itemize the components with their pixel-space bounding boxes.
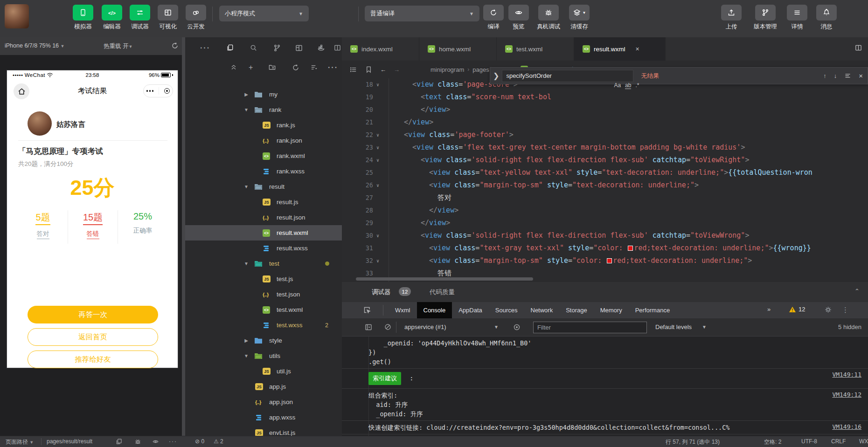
file-rank.wxss[interactable]: rank.wxss xyxy=(185,164,342,179)
prev-match-icon[interactable]: ↑ xyxy=(823,72,826,79)
tree-expand-icon[interactable]: ▼ xyxy=(243,107,250,112)
devtools-tab-storage[interactable]: Storage xyxy=(559,302,594,318)
clear-console-icon[interactable] xyxy=(384,323,392,331)
regex-icon[interactable]: .* xyxy=(635,82,639,89)
page-path-value[interactable]: pages/result/result xyxy=(47,438,92,445)
layout-icon[interactable] xyxy=(295,44,303,52)
file-envList.js[interactable]: JSenvList.js xyxy=(185,425,342,436)
预览-button[interactable] xyxy=(508,5,529,21)
whole-word-icon[interactable]: ab xyxy=(625,82,631,89)
log-levels-select[interactable]: Default levels xyxy=(655,323,692,330)
device-select[interactable]: iPhone 6/7/8 75% 16 ▼ xyxy=(5,42,64,49)
context-select[interactable]: appservice (#1) xyxy=(404,323,446,330)
file-app.js[interactable]: JSapp.js xyxy=(185,379,342,394)
file-rank.json[interactable]: {..}rank.json xyxy=(185,133,342,148)
cursor-position[interactable]: 行 57, 列 71 (选中 13) xyxy=(666,438,720,446)
find-in-selection-icon[interactable] xyxy=(844,72,851,79)
sort-icon[interactable] xyxy=(310,63,318,71)
file-app.json[interactable]: {..}app.json xyxy=(185,394,342,410)
folder-test[interactable]: ▼test xyxy=(185,256,342,271)
fold-icon[interactable]: ∨ xyxy=(376,229,379,242)
compile-mode-select[interactable]: 普通编译 ▼ xyxy=(365,6,479,21)
file-rank.js[interactable]: JSrank.js xyxy=(185,117,342,133)
match-case-icon[interactable]: Aa xyxy=(614,82,621,89)
copy-icon[interactable] xyxy=(116,438,123,445)
file-test.wxss[interactable]: test.wxss2 xyxy=(185,317,342,333)
gear-icon[interactable] xyxy=(824,306,832,314)
more-icon[interactable]: ··· xyxy=(169,438,177,445)
language-mode[interactable]: WXML xyxy=(859,438,868,445)
folder-my[interactable]: ▶my xyxy=(185,87,342,102)
find-input[interactable] xyxy=(502,70,633,82)
back-icon[interactable]: ← xyxy=(380,66,386,73)
file-util.js[interactable]: JSutil.js xyxy=(185,364,342,379)
refresh-icon[interactable] xyxy=(292,63,300,72)
inspect-icon[interactable] xyxy=(363,306,371,314)
refresh-icon[interactable] xyxy=(171,41,179,50)
search-icon[interactable] xyxy=(250,44,257,52)
上传-button[interactable] xyxy=(721,5,742,21)
close-icon[interactable]: × xyxy=(859,72,863,80)
调试器-button[interactable] xyxy=(130,5,150,21)
new-folder-icon[interactable] xyxy=(268,63,276,71)
hot-reload-toggle[interactable]: 热重载 开▼ xyxy=(104,42,132,50)
button-返回首页[interactable]: 返回首页 xyxy=(28,328,158,346)
kebab-menu-icon[interactable]: ⋮ xyxy=(842,306,849,314)
云开发-button[interactable] xyxy=(186,5,206,21)
page-path-label[interactable]: 页面路径 ▼ xyxy=(6,438,34,446)
devtools-tab-console[interactable]: Console xyxy=(417,302,452,318)
devtools-tab-appdata[interactable]: AppData xyxy=(452,302,489,318)
真机调试-button[interactable] xyxy=(538,5,559,21)
tab-index.wxml[interactable]: <>index.wxml xyxy=(342,37,419,61)
file-rank.wxml[interactable]: <>rank.wxml xyxy=(185,148,342,164)
close-tab-icon[interactable]: × xyxy=(636,45,639,53)
tab-result.wxml[interactable]: <>result.wxml× xyxy=(574,37,666,61)
panel-resize-handle[interactable] xyxy=(182,37,185,436)
split-editor-icon[interactable] xyxy=(854,44,862,52)
fold-icon[interactable]: ∨ xyxy=(376,254,379,267)
devtools-tab-memory[interactable]: Memory xyxy=(594,302,629,318)
debug-icon[interactable] xyxy=(134,438,141,445)
live-expression-icon[interactable] xyxy=(513,323,521,331)
tab-test.wxml[interactable]: <>test.wxml xyxy=(497,37,574,61)
stat-答对[interactable]: 5题答对 xyxy=(18,210,68,244)
编译-button[interactable] xyxy=(483,5,504,21)
source-link[interactable]: VM149:16 xyxy=(832,423,861,430)
folder-utils[interactable]: ▼utils xyxy=(185,348,342,364)
stat-答错[interactable]: 15题答错 xyxy=(68,210,118,244)
fold-icon[interactable]: ∨ xyxy=(376,179,379,192)
版本管理-button[interactable] xyxy=(755,5,776,21)
fold-icon[interactable]: ∨ xyxy=(376,129,379,141)
stat-正确率[interactable]: 25%正确率 xyxy=(118,210,167,244)
filter-input[interactable] xyxy=(533,322,647,333)
file-result.wxss[interactable]: result.wxss xyxy=(185,241,342,256)
split-view-icon[interactable] xyxy=(333,44,341,52)
find-expand-icon[interactable]: ❯ xyxy=(493,71,499,80)
模拟器-button[interactable] xyxy=(73,5,93,21)
warning-counter[interactable]: ⚠ 2 xyxy=(214,438,223,445)
详情-button[interactable] xyxy=(787,5,807,21)
collapse-all-icon[interactable] xyxy=(230,63,237,71)
fold-icon[interactable]: ∨ xyxy=(376,141,379,154)
devtools-tab-network[interactable]: Network xyxy=(524,302,560,318)
horizontal-scrollbar[interactable] xyxy=(356,277,533,281)
folder-style[interactable]: ▶style xyxy=(185,333,342,348)
eye-icon[interactable] xyxy=(152,438,159,445)
tree-expand-icon[interactable]: ▼ xyxy=(243,353,250,358)
button-再答一次[interactable]: 再答一次 xyxy=(28,306,158,323)
folder-result[interactable]: ▼result xyxy=(185,179,342,194)
more-icon[interactable]: ··· xyxy=(200,44,210,52)
mode-select[interactable]: 小程序模式 ▼ xyxy=(219,6,309,21)
file-result.js[interactable]: JSresult.js xyxy=(185,194,342,210)
可视化-button[interactable] xyxy=(158,5,178,21)
minimize-icon[interactable] xyxy=(164,88,170,94)
eol-setting[interactable]: CRLF xyxy=(831,438,846,445)
tree-collapse-icon[interactable]: ▶ xyxy=(243,338,250,343)
indent-setting[interactable]: 空格: 2 xyxy=(764,438,781,446)
error-counter[interactable]: ⊘ 0 xyxy=(195,438,204,445)
next-match-icon[interactable]: ↓ xyxy=(834,72,837,79)
消息-button[interactable] xyxy=(816,5,837,21)
user-avatar[interactable] xyxy=(5,4,29,28)
清缓存-button[interactable]: ▼ xyxy=(569,5,590,21)
file-test.json[interactable]: {..}test.json xyxy=(185,287,342,302)
